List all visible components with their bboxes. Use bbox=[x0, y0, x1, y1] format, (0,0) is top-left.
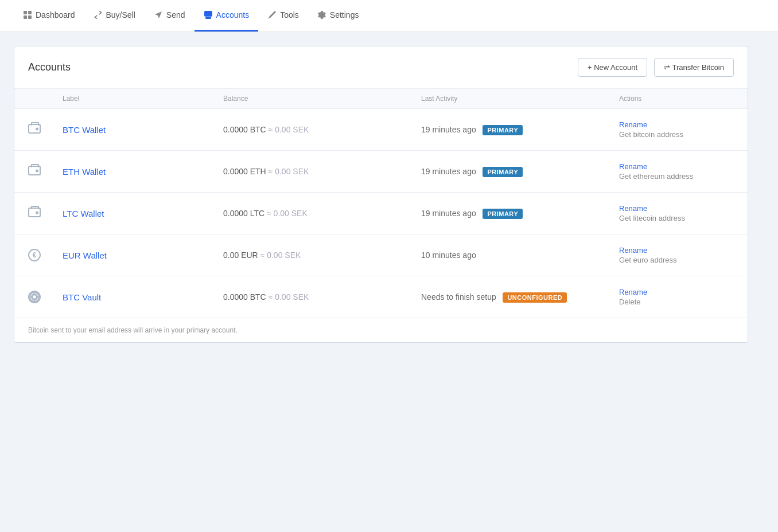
activity-text: 19 minutes ago bbox=[421, 209, 476, 218]
action-get-litecoin-address[interactable]: Get litecoin address bbox=[619, 214, 734, 222]
wallet-icon bbox=[28, 124, 41, 134]
balance-approx: ≈ 0.00 SEK bbox=[260, 251, 301, 260]
table-row: BTC Vault 0.0000 BTC ≈ 0.00 SEK Needs to… bbox=[14, 276, 748, 318]
gear-icon bbox=[317, 10, 326, 19]
row-actions-cell: RenameGet litecoin address bbox=[619, 204, 734, 222]
vault-icon bbox=[28, 291, 41, 303]
nav-settings[interactable]: Settings bbox=[308, 0, 368, 32]
accounts-icon bbox=[204, 10, 213, 19]
row-icon-cell bbox=[28, 208, 63, 219]
balance-amount: 0.00 EUR ≈ 0.00 SEK bbox=[223, 251, 301, 260]
wallet-name[interactable]: EUR Wallet bbox=[63, 251, 107, 260]
wallet-name[interactable]: BTC Wallet bbox=[63, 125, 106, 135]
row-icon-cell bbox=[28, 291, 63, 304]
transfer-bitcoin-button[interactable]: ⇌ Transfer Bitcoin bbox=[654, 58, 734, 77]
svg-rect-2 bbox=[24, 15, 27, 19]
row-actions-cell: RenameDelete bbox=[619, 288, 734, 306]
action-rename[interactable]: Rename bbox=[619, 162, 734, 171]
balance-amount: 0.0000 BTC ≈ 0.00 SEK bbox=[223, 125, 309, 134]
wallet-icon bbox=[28, 208, 41, 217]
action-rename[interactable]: Rename bbox=[619, 246, 734, 255]
table-row: BTC Wallet 0.0000 BTC ≈ 0.00 SEK 19 minu… bbox=[14, 109, 748, 151]
balance-amount: 0.0000 LTC ≈ 0.00 SEK bbox=[223, 209, 308, 218]
action-delete[interactable]: Delete bbox=[619, 298, 734, 306]
wallet-name[interactable]: LTC Wallet bbox=[63, 209, 104, 218]
new-account-button[interactable]: + New Account bbox=[578, 58, 647, 77]
action-get-bitcoin-address[interactable]: Get bitcoin address bbox=[619, 130, 734, 139]
page-title: Accounts bbox=[28, 61, 71, 73]
row-activity-cell: Needs to finish setup UNCONFIGURED bbox=[421, 292, 619, 302]
row-name-cell: BTC Vault bbox=[63, 292, 223, 302]
primary-badge: PRIMARY bbox=[483, 209, 523, 219]
row-icon-cell: € bbox=[28, 249, 63, 261]
row-actions-cell: RenameGet ethereum address bbox=[619, 162, 734, 181]
table-header: Label Balance Last Activity Actions bbox=[14, 89, 748, 109]
nav-settings-label: Settings bbox=[330, 10, 359, 19]
table-row: ETH Wallet 0.0000 ETH ≈ 0.00 SEK 19 minu… bbox=[14, 151, 748, 193]
balance-amount: 0.0000 ETH ≈ 0.00 SEK bbox=[223, 167, 309, 176]
header-actions: + New Account ⇌ Transfer Bitcoin bbox=[578, 58, 734, 77]
activity-text: 10 minutes ago bbox=[421, 251, 476, 260]
action-get-euro-address[interactable]: Get euro address bbox=[619, 256, 734, 264]
tools-icon bbox=[267, 10, 277, 19]
unconfigured-badge: UNCONFIGURED bbox=[503, 292, 567, 303]
activity-text: 19 minutes ago bbox=[421, 125, 476, 134]
col-balance: Balance bbox=[223, 95, 421, 103]
row-actions-cell: RenameGet euro address bbox=[619, 246, 734, 264]
row-name-cell: BTC Wallet bbox=[63, 125, 223, 135]
row-icon-cell bbox=[28, 124, 63, 135]
nav-buysell[interactable]: Buy/Sell bbox=[84, 0, 145, 32]
svg-point-7 bbox=[33, 295, 37, 299]
row-activity-cell: 19 minutes ago PRIMARY bbox=[421, 209, 619, 218]
card-footer: Bitcoin sent to your email address will … bbox=[14, 318, 748, 342]
activity-text: Needs to finish setup bbox=[421, 292, 496, 302]
main-nav: Dashboard Buy/Sell Send Accounts bbox=[0, 0, 778, 32]
action-rename[interactable]: Rename bbox=[619, 120, 734, 129]
row-actions-cell: RenameGet bitcoin address bbox=[619, 120, 734, 139]
primary-badge: PRIMARY bbox=[483, 167, 523, 177]
nav-send-label: Send bbox=[166, 10, 185, 19]
card-header: Accounts + New Account ⇌ Transfer Bitcoi… bbox=[14, 46, 748, 89]
row-icon-cell bbox=[28, 166, 63, 177]
table-row: € EUR Wallet 0.00 EUR ≈ 0.00 SEK 10 minu… bbox=[14, 234, 748, 276]
nav-send[interactable]: Send bbox=[145, 0, 194, 32]
table-row: LTC Wallet 0.0000 LTC ≈ 0.00 SEK 19 minu… bbox=[14, 193, 748, 234]
wallet-name[interactable]: ETH Wallet bbox=[63, 167, 106, 177]
svg-rect-3 bbox=[28, 15, 32, 19]
balance-approx: ≈ 0.00 SEK bbox=[267, 209, 308, 218]
svg-rect-4 bbox=[204, 11, 212, 17]
svg-rect-0 bbox=[24, 11, 27, 14]
primary-badge: PRIMARY bbox=[483, 125, 523, 135]
row-name-cell: ETH Wallet bbox=[63, 167, 223, 177]
row-balance-cell: 0.0000 BTC ≈ 0.00 SEK bbox=[223, 125, 421, 134]
action-rename[interactable]: Rename bbox=[619, 288, 734, 296]
send-icon bbox=[154, 10, 163, 19]
euro-icon: € bbox=[28, 249, 41, 261]
balance-approx: ≈ 0.00 SEK bbox=[269, 125, 309, 134]
balance-approx: ≈ 0.00 SEK bbox=[269, 167, 309, 176]
balance-amount: 0.0000 BTC ≈ 0.00 SEK bbox=[223, 292, 309, 302]
action-get-ethereum-address[interactable]: Get ethereum address bbox=[619, 172, 734, 181]
row-name-cell: LTC Wallet bbox=[63, 209, 223, 218]
wallet-icon bbox=[28, 166, 41, 175]
wallet-name[interactable]: BTC Vault bbox=[63, 292, 101, 302]
row-activity-cell: 19 minutes ago PRIMARY bbox=[421, 167, 619, 176]
nav-dashboard[interactable]: Dashboard bbox=[14, 0, 84, 32]
nav-accounts-label: Accounts bbox=[216, 10, 250, 19]
col-actions: Actions bbox=[619, 95, 734, 103]
action-rename[interactable]: Rename bbox=[619, 204, 734, 213]
nav-accounts[interactable]: Accounts bbox=[194, 0, 259, 32]
activity-text: 19 minutes ago bbox=[421, 167, 476, 176]
balance-approx: ≈ 0.00 SEK bbox=[269, 292, 309, 302]
nav-buysell-label: Buy/Sell bbox=[106, 10, 135, 19]
footer-note: Bitcoin sent to your email address will … bbox=[28, 326, 238, 334]
nav-tools[interactable]: Tools bbox=[258, 0, 308, 32]
row-balance-cell: 0.0000 LTC ≈ 0.00 SEK bbox=[223, 209, 421, 218]
col-activity: Last Activity bbox=[421, 95, 619, 103]
nav-dashboard-label: Dashboard bbox=[36, 10, 75, 19]
accounts-card: Accounts + New Account ⇌ Transfer Bitcoi… bbox=[14, 46, 748, 343]
row-activity-cell: 19 minutes ago PRIMARY bbox=[421, 125, 619, 134]
transfer-icon bbox=[94, 10, 103, 19]
nav-tools-label: Tools bbox=[280, 10, 299, 19]
row-balance-cell: 0.0000 ETH ≈ 0.00 SEK bbox=[223, 167, 421, 176]
